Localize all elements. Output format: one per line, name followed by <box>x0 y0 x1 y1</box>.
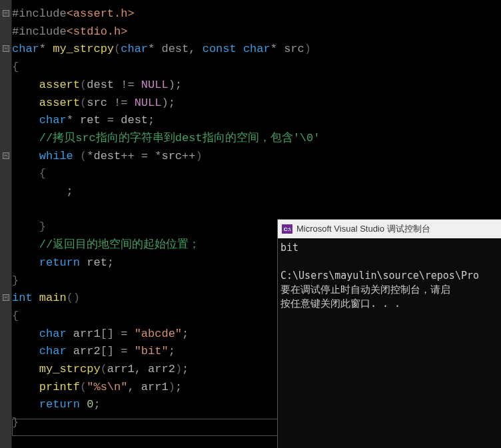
token: ( <box>101 363 107 375</box>
token: <assert.h> <box>67 7 135 20</box>
token: ; <box>169 345 175 357</box>
code-line[interactable]: printf("%s\n", arr1); <box>12 379 320 397</box>
cursor-line <box>12 419 278 436</box>
code-line[interactable]: return 0; <box>12 396 320 414</box>
code-line[interactable]: //返回目的地空间的起始位置； <box>12 236 320 254</box>
token: ) <box>304 43 311 55</box>
token: , <box>135 363 148 375</box>
token: } <box>12 274 19 287</box>
token: { <box>12 310 19 322</box>
token <box>80 398 87 411</box>
token: arr1 <box>73 328 101 340</box>
code-line[interactable]: } <box>12 218 320 236</box>
code-line[interactable]: { <box>12 59 320 77</box>
console-window[interactable]: C:\ Microsoft Visual Studio 调试控制台 bit C:… <box>277 219 501 448</box>
token: src <box>161 150 182 162</box>
token: () <box>67 292 80 304</box>
token <box>12 238 39 251</box>
fold-toggle[interactable]: − <box>3 10 9 17</box>
code-line[interactable]: char* my_strcpy(char* dest, const char* … <box>12 41 320 59</box>
code-line[interactable]: assert(dest != NULL); <box>12 77 320 95</box>
token: ) <box>195 150 202 162</box>
token: const <box>203 43 237 55</box>
token <box>12 381 39 393</box>
token <box>12 398 39 411</box>
token: dest <box>93 150 121 162</box>
token: ; <box>12 185 73 198</box>
token: src <box>87 97 107 109</box>
token: #include <box>12 25 67 38</box>
token: ; <box>148 114 155 126</box>
code-line[interactable]: #include<stdio.h> <box>12 23 320 41</box>
token: * <box>87 150 93 162</box>
token: , <box>189 43 202 55</box>
console-title-text: Microsoft Visual Studio 调试控制台 <box>296 223 430 235</box>
code-line[interactable]: while (*dest++ = *src++) <box>12 148 320 166</box>
token: char <box>39 345 67 357</box>
token: "abcde" <box>135 328 182 340</box>
token: ++ <box>182 150 195 162</box>
token: return <box>39 256 80 269</box>
code-line[interactable]: char arr2[] = "bit"; <box>12 343 320 361</box>
token: ++ = * <box>121 150 161 162</box>
code-line[interactable]: { <box>12 308 320 326</box>
code-line[interactable]: ; <box>12 183 320 201</box>
token: int <box>12 292 33 304</box>
code-area[interactable]: #include<assert.h>#include<stdio.h>char*… <box>12 5 320 432</box>
token: [] = <box>101 328 135 340</box>
code-line[interactable]: } <box>12 272 320 290</box>
token <box>237 43 243 55</box>
code-line[interactable]: char arr1[] = "abcde"; <box>12 326 320 343</box>
token: * <box>39 43 53 55</box>
token <box>12 203 67 216</box>
fold-toggle[interactable]: − <box>3 152 9 159</box>
code-line[interactable]: char* ret = dest; <box>12 112 320 130</box>
fold-toggle[interactable]: − <box>3 45 9 52</box>
code-line[interactable]: //拷贝src指向的字符串到dest指向的空间，包含'\0' <box>12 130 320 148</box>
token: ; <box>182 328 189 340</box>
token: * <box>270 43 284 55</box>
token: src <box>284 43 304 55</box>
fold-toggle[interactable]: − <box>3 294 9 301</box>
token: ( <box>114 43 121 55</box>
token: NULL <box>135 97 162 109</box>
token: dest <box>161 43 189 55</box>
token <box>67 328 73 340</box>
token <box>12 328 39 340</box>
token: //拷贝src指向的字符串到dest指向的空间，包含'\0' <box>39 132 320 144</box>
code-line[interactable]: assert(src != NULL); <box>12 95 320 112</box>
code-line[interactable]: int main() <box>12 290 320 308</box>
gutter: −−−− <box>0 0 12 448</box>
token <box>12 345 39 357</box>
token: , <box>127 381 141 393</box>
token: char <box>12 43 39 55</box>
token: ) <box>175 363 182 375</box>
code-line[interactable]: #include<assert.h> <box>12 5 320 23</box>
token: [] = <box>101 345 135 357</box>
token <box>67 345 73 357</box>
code-line[interactable]: { <box>12 165 320 183</box>
token: arr1 <box>141 381 169 393</box>
token <box>12 150 39 162</box>
token <box>12 256 39 269</box>
token: printf <box>39 381 80 393</box>
token: ; <box>175 381 182 393</box>
console-titlebar[interactable]: C:\ Microsoft Visual Studio 调试控制台 <box>278 220 501 238</box>
token: char <box>243 43 270 55</box>
code-line[interactable] <box>12 201 320 219</box>
token: } <box>12 220 46 233</box>
token: while <box>39 150 73 162</box>
token <box>33 292 39 304</box>
token: ; <box>182 363 189 375</box>
token: { <box>12 61 19 73</box>
code-line[interactable]: return ret; <box>12 254 320 272</box>
token: my_strcpy <box>39 363 101 375</box>
token: ret <box>87 256 107 269</box>
code-line[interactable]: my_strcpy(arr1, arr2); <box>12 361 320 379</box>
token <box>12 132 39 144</box>
token: char <box>121 43 148 55</box>
token: ( <box>80 97 87 109</box>
token: assert <box>39 97 80 109</box>
token: != <box>107 97 135 109</box>
token: ; <box>107 256 114 269</box>
